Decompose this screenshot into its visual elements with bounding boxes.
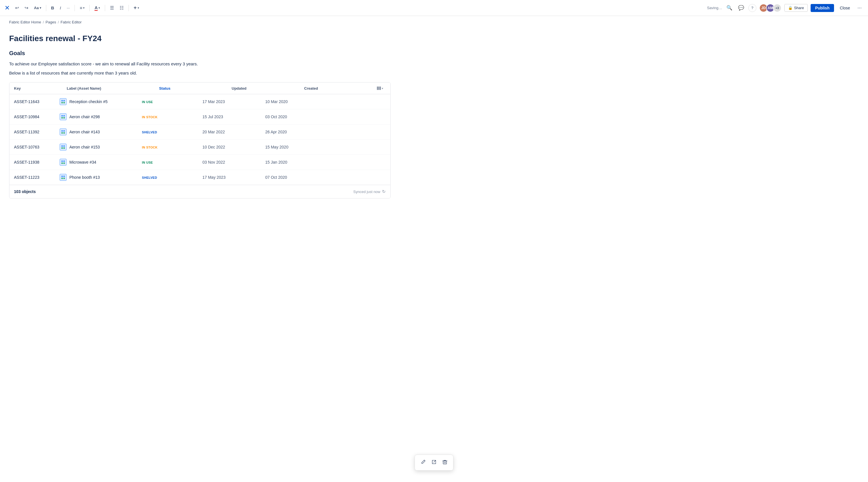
col-header-options[interactable]: ▾ (372, 83, 390, 94)
cell-updated: 10 Dec 2022 (198, 140, 261, 155)
goals-heading: Goals (9, 50, 391, 57)
asset-icon (60, 113, 66, 120)
breadcrumb-sep-2: / (58, 20, 59, 24)
col-header-status: Status (154, 83, 227, 94)
table-row: ASSET-11392 Aeron chair #143 (9, 124, 390, 140)
table-row: ASSET-11938 Microwave #34 (9, 155, 390, 170)
toolbar-right: Saving… 🔍 💬 ? JD AM +3 🔒 Share Publish C… (707, 3, 863, 12)
status-badge: IN STOCK (140, 115, 160, 119)
cell-key: ASSET-10763 (9, 140, 55, 155)
cell-status: IN USE (135, 155, 198, 170)
toolbar: ✕ ↩ ↪ Aa ▾ B I ··· ≡ ▾ A ▾ ☰ ☷ + ▾ Savi (0, 0, 868, 16)
cell-created: 07 Oct 2020 (261, 170, 390, 185)
assets-table-body: ASSET-11643 Reception checkin #5 (9, 94, 390, 185)
more-options-button[interactable]: ··· (856, 4, 863, 12)
text-format-label: Aa (34, 6, 39, 10)
text-color-button[interactable]: A ▾ (93, 4, 102, 12)
col-header-created: Created (300, 83, 372, 94)
align-button[interactable]: ≡ ▾ (78, 4, 87, 12)
status-badge: SHELVED (140, 130, 159, 134)
svg-rect-1 (378, 87, 379, 90)
comment-button[interactable]: 💬 (737, 3, 745, 12)
publish-label: Publish (815, 6, 830, 10)
chevron-down-icon-3: ▾ (98, 6, 100, 9)
breadcrumb-pages[interactable]: Pages (46, 20, 56, 24)
svg-rect-18 (61, 145, 66, 150)
numbered-list-icon: ☷ (120, 5, 124, 10)
help-button[interactable]: ? (748, 4, 756, 12)
svg-rect-13 (61, 129, 66, 134)
svg-rect-24 (61, 160, 63, 162)
cell-updated: 17 Mar 2023 (198, 94, 261, 109)
share-button[interactable]: 🔒 Share (784, 4, 808, 12)
insert-icon: + (134, 5, 137, 11)
toolbar-separator-3 (89, 5, 90, 11)
svg-rect-4 (61, 100, 63, 101)
goals-text-2: Below is a list of resources that are cu… (9, 70, 391, 77)
svg-rect-14 (61, 130, 63, 132)
asset-icon (60, 128, 66, 135)
italic-button[interactable]: I (58, 4, 63, 12)
svg-rect-30 (63, 176, 65, 177)
publish-button[interactable]: Publish (811, 4, 834, 12)
toolbar-separator-5 (128, 5, 129, 11)
bullet-list-icon: ☰ (110, 5, 114, 10)
undo-button[interactable]: ↩ (13, 4, 21, 12)
svg-rect-23 (61, 160, 66, 165)
svg-rect-26 (61, 162, 63, 164)
asset-label: Phone booth #13 (69, 175, 100, 180)
cell-status: IN STOCK (135, 140, 198, 155)
objects-count: 103 objects (14, 189, 36, 194)
svg-rect-5 (63, 100, 65, 101)
svg-rect-3 (61, 99, 66, 104)
search-button[interactable]: 🔍 (725, 3, 734, 12)
column-options-button[interactable]: ▾ (377, 86, 383, 91)
asset-label: Aeron chair #298 (69, 115, 100, 119)
insert-button[interactable]: + ▾ (132, 3, 141, 12)
synced-text: Synced just now ↻ (353, 189, 386, 194)
cell-status: SHELVED (135, 124, 198, 140)
cell-key: ASSET-11223 (9, 170, 55, 185)
cell-label: Aeron chair #153 (55, 140, 135, 155)
bullet-list-button[interactable]: ☰ (108, 4, 116, 12)
avatar-count: +3 (773, 4, 781, 12)
cell-key: ASSET-11392 (9, 124, 55, 140)
text-format-button[interactable]: Aa ▾ (32, 4, 43, 11)
svg-rect-7 (63, 102, 65, 103)
breadcrumb-current: Fabric Editor (61, 20, 82, 24)
svg-rect-29 (61, 176, 63, 177)
logo-icon[interactable]: ✕ (5, 4, 10, 12)
svg-rect-19 (61, 145, 63, 147)
svg-rect-8 (61, 114, 66, 119)
svg-rect-25 (63, 160, 65, 162)
numbered-list-button[interactable]: ☷ (118, 4, 126, 12)
asset-icon (60, 98, 66, 105)
close-button[interactable]: Close (837, 4, 853, 12)
chevron-down-icon: ▾ (40, 6, 41, 9)
table-rows-wrapper[interactable]: ASSET-11643 Reception checkin #5 (9, 94, 390, 185)
svg-rect-2 (380, 87, 381, 90)
cell-created: 10 Mar 2020 (261, 94, 390, 109)
cell-updated: 17 May 2023 (198, 170, 261, 185)
svg-rect-0 (377, 87, 378, 90)
cell-updated: 20 Mar 2022 (198, 124, 261, 140)
breadcrumb-home[interactable]: Fabric Editor Home (9, 20, 41, 24)
svg-rect-31 (61, 178, 63, 179)
assets-table: Key Label (Asset Name) Status Updated Cr… (9, 83, 390, 94)
svg-rect-12 (63, 117, 65, 119)
col-header-label: Label (Asset Name) (62, 83, 154, 94)
svg-rect-32 (63, 178, 65, 179)
assets-table-container: Key Label (Asset Name) Status Updated Cr… (9, 82, 391, 199)
asset-icon (60, 159, 66, 165)
sync-icon[interactable]: ↻ (382, 189, 386, 194)
svg-rect-22 (63, 147, 65, 149)
cell-created: 03 Oct 2020 (261, 109, 390, 124)
svg-rect-28 (61, 175, 66, 180)
lock-icon: 🔒 (788, 6, 793, 10)
cell-created: 15 May 2020 (261, 140, 390, 155)
bold-button[interactable]: B (49, 4, 56, 12)
redo-button[interactable]: ↪ (23, 4, 30, 12)
svg-rect-20 (63, 145, 65, 147)
more-format-button[interactable]: ··· (65, 4, 72, 11)
synced-label: Synced just now (353, 190, 380, 194)
